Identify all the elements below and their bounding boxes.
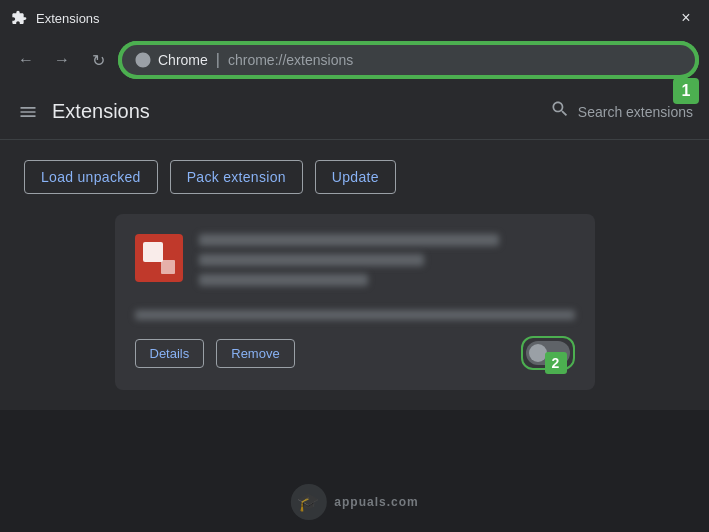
close-icon[interactable]: × xyxy=(673,5,699,31)
step-badge-1: 1 xyxy=(673,78,699,104)
search-icon xyxy=(550,99,570,124)
hamburger-icon[interactable] xyxy=(16,100,40,124)
load-unpacked-button[interactable]: Load unpacked xyxy=(24,160,158,194)
ext-bottom-text xyxy=(135,310,575,320)
search-placeholder-text: Search extensions xyxy=(578,104,693,120)
puzzle-icon xyxy=(10,9,28,27)
update-button[interactable]: Update xyxy=(315,160,396,194)
toggle-knob xyxy=(529,344,547,362)
ext-desc-line2-blurred xyxy=(199,274,368,286)
nav-bar-wrapper: ← → ↻ Chrome | chrome://extensions 1 xyxy=(0,36,709,84)
chrome-logo-icon xyxy=(134,51,152,69)
ext-card-top xyxy=(135,234,575,294)
watermark: 🎓 appuals.com xyxy=(290,484,418,520)
details-button[interactable]: Details xyxy=(135,339,205,368)
pack-extension-button[interactable]: Pack extension xyxy=(170,160,303,194)
ext-card-actions: Details Remove 2 xyxy=(135,336,575,370)
ext-name-blurred xyxy=(199,234,500,246)
address-url: chrome://extensions xyxy=(228,52,353,68)
action-buttons-row: Load unpacked Pack extension Update xyxy=(24,160,685,194)
ext-version-blurred xyxy=(135,310,575,320)
extension-card: Details Remove 2 xyxy=(115,214,595,390)
back-button[interactable]: ← xyxy=(12,46,40,74)
search-area: Search extensions xyxy=(550,99,693,124)
forward-button[interactable]: → xyxy=(48,46,76,74)
remove-button[interactable]: Remove xyxy=(216,339,294,368)
address-bar[interactable]: Chrome | chrome://extensions xyxy=(120,43,697,77)
reload-button[interactable]: ↻ xyxy=(84,46,112,74)
toggle-container: 2 xyxy=(521,336,575,370)
address-separator: | xyxy=(216,51,220,69)
extension-icon xyxy=(135,234,183,282)
page-title: Extensions xyxy=(52,100,538,123)
watermark-text: appuals.com xyxy=(334,495,418,509)
nav-bar: ← → ↻ Chrome | chrome://extensions xyxy=(0,36,709,84)
page-wrapper: Extensions × ← → ↻ Chrome | chrome://ext… xyxy=(0,0,709,532)
title-bar-title: Extensions xyxy=(36,11,665,26)
extensions-header: Extensions Search extensions xyxy=(0,84,709,140)
step-badge-2: 2 xyxy=(545,352,567,374)
title-bar: Extensions × xyxy=(0,0,709,36)
watermark-icon: 🎓 xyxy=(290,484,326,520)
ext-desc-line1-blurred xyxy=(199,254,425,266)
address-site-name: Chrome xyxy=(158,52,208,68)
main-content: Load unpacked Pack extension Update Deta… xyxy=(0,140,709,410)
ext-info xyxy=(199,234,575,294)
